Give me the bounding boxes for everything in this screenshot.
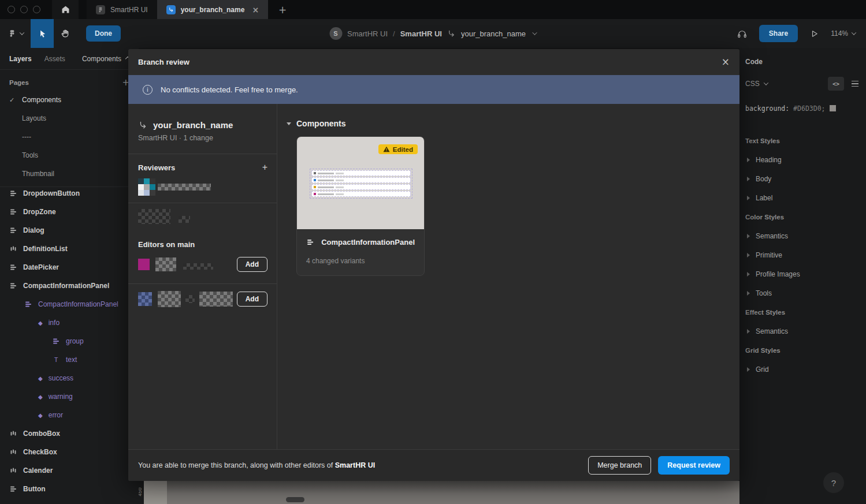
share-button[interactable]: Share: [759, 25, 798, 42]
layer-row[interactable]: DropZone: [0, 203, 139, 221]
layer-row[interactable]: DefinitionList: [0, 240, 139, 258]
window-minimize-button[interactable]: [20, 6, 28, 13]
component-set-icon: [9, 189, 17, 197]
breadcrumb-org[interactable]: SmartHR UI: [347, 29, 388, 38]
style-item[interactable]: Grid: [739, 360, 866, 379]
layer-row[interactable]: ComboBox: [0, 424, 139, 443]
layer-row[interactable]: CompactInformationPanel: [0, 295, 139, 313]
page-item-divider[interactable]: ----: [0, 128, 139, 146]
org-avatar[interactable]: S: [329, 27, 342, 40]
page-item-thumbnail[interactable]: Thumbnail: [0, 165, 139, 183]
page-label: ----: [22, 133, 31, 141]
zoom-control[interactable]: 114%: [831, 29, 856, 38]
add-editor-button[interactable]: Add: [237, 257, 267, 272]
breadcrumb-branch[interactable]: your_branch_name: [461, 29, 526, 38]
component-name: CompactInformationPanel: [321, 238, 415, 247]
canvas[interactable]: 450: [139, 481, 739, 504]
help-button[interactable]: ?: [823, 472, 844, 493]
style-item[interactable]: Label: [739, 188, 866, 207]
layer-row[interactable]: ◆ success: [0, 369, 139, 387]
tab-label: SmartHR UI: [110, 6, 148, 14]
redacted-name: [158, 291, 181, 307]
css-value: #D6D3D0;: [793, 104, 825, 113]
page-item-tools[interactable]: Tools: [0, 146, 139, 165]
figma-file-icon: [96, 5, 105, 14]
component-set-icon: [52, 337, 60, 345]
tab-close-icon[interactable]: ×: [252, 6, 259, 14]
chevron-down-icon[interactable]: [533, 30, 537, 35]
window-tab-bar: SmartHR UI your_branch_name × +: [0, 0, 866, 19]
style-item[interactable]: Primitive: [739, 245, 866, 264]
redacted-name: [185, 295, 195, 303]
hand-tool[interactable]: [54, 19, 77, 48]
components-section-header[interactable]: Components: [287, 119, 728, 128]
request-review-button[interactable]: Request review: [658, 456, 730, 475]
component-instance-icon: ◆: [38, 394, 43, 400]
style-item[interactable]: Semantics: [739, 226, 866, 245]
layer-row[interactable]: ◆ warning: [0, 387, 139, 406]
merge-permission-message: You are able to merge this branch, along…: [138, 461, 375, 469]
component-instance-icon: ◆: [38, 320, 43, 326]
layer-row[interactable]: Button: [0, 480, 139, 498]
layer-row[interactable]: ◆ error: [0, 406, 139, 424]
code-view-toggle[interactable]: <>: [828, 77, 844, 91]
info-icon: i: [143, 85, 153, 95]
layer-row[interactable]: group: [0, 332, 139, 350]
changed-variants-count: 4 changed variants: [306, 257, 415, 265]
warning-icon: [383, 146, 390, 152]
editor-avatar: [138, 292, 152, 306]
merge-branch-button[interactable]: Merge branch: [588, 456, 651, 475]
canvas-frame-edge: [144, 481, 167, 504]
editor-row: Add: [138, 257, 267, 272]
layer-row[interactable]: DropdownButton: [0, 186, 139, 203]
page-item-components[interactable]: ✓ Components: [0, 91, 139, 109]
tab-branch-active[interactable]: your_branch_name ×: [157, 0, 268, 19]
style-item[interactable]: Body: [739, 169, 866, 188]
style-item[interactable]: Heading: [739, 150, 866, 169]
divider: [128, 283, 277, 284]
list-view-toggle[interactable]: [849, 77, 861, 91]
new-tab-button[interactable]: +: [274, 4, 291, 16]
figma-logo-icon: [8, 29, 16, 38]
breadcrumb-file[interactable]: SmartHR UI: [400, 29, 442, 38]
window-close-button[interactable]: [8, 6, 15, 13]
language-selector[interactable]: CSS: [745, 80, 760, 88]
branch-summary-panel: your_branch_name SmartHR UI · 1 change R…: [128, 104, 277, 449]
style-item[interactable]: Tools: [739, 283, 866, 303]
tab-layers[interactable]: Layers: [9, 55, 32, 63]
layer-row[interactable]: Calender: [0, 461, 139, 480]
toolbar: Done S SmartHR UI / SmartHR UI your_bran…: [0, 19, 866, 48]
layer-row[interactable]: DatePicker: [0, 258, 139, 277]
tab-smarthr-ui-file[interactable]: SmartHR UI: [87, 0, 157, 19]
pages-header: Pages +: [0, 74, 139, 91]
scrollbar-thumb[interactable]: [286, 497, 304, 502]
chevron-down-icon: [20, 30, 24, 35]
main-menu-button[interactable]: [0, 19, 31, 48]
add-editor-button[interactable]: Add: [237, 292, 267, 307]
window-zoom-button[interactable]: [33, 6, 40, 13]
page-item-layouts[interactable]: Layouts: [0, 109, 139, 128]
editor-row: Add: [138, 291, 267, 307]
chevron-down-icon[interactable]: [763, 80, 768, 85]
layer-row[interactable]: CheckBox: [0, 443, 139, 461]
done-button[interactable]: Done: [86, 25, 121, 42]
page-selector[interactable]: Components: [82, 55, 129, 63]
tab-assets[interactable]: Assets: [44, 55, 65, 63]
redacted-avatar: [138, 178, 155, 196]
style-item[interactable]: Semantics: [739, 322, 866, 341]
headphones-icon[interactable]: [737, 28, 748, 39]
branch-meta: SmartHR UI · 1 change: [138, 134, 267, 142]
changed-component-card[interactable]: Edited CompactInformationPanel 4 changed: [296, 136, 425, 276]
layer-row[interactable]: Dialog: [0, 221, 139, 240]
home-button[interactable]: [52, 0, 79, 19]
add-reviewer-button[interactable]: +: [262, 162, 267, 173]
move-tool[interactable]: [31, 19, 54, 48]
layer-row[interactable]: T text: [0, 350, 139, 369]
style-item[interactable]: Profile Images: [739, 264, 866, 283]
layer-row[interactable]: CompactInformationPanel: [0, 277, 139, 295]
layers-list: DropdownButton DropZone Dialog Definitio…: [0, 186, 139, 498]
redacted-name: [199, 292, 233, 307]
close-icon[interactable]: ×: [722, 57, 730, 67]
layer-row[interactable]: ◆ info: [0, 313, 139, 332]
present-play-icon[interactable]: [809, 29, 819, 39]
